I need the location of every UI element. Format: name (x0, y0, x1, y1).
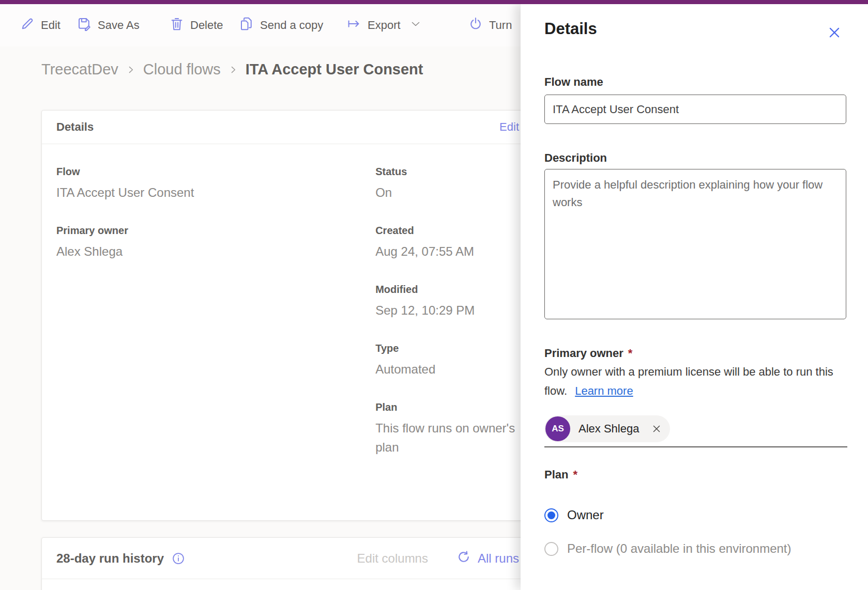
edit-columns-button[interactable]: Edit columns (357, 551, 428, 566)
all-runs-button[interactable]: All runs (456, 549, 519, 568)
send-a-copy-button-label: Send a copy (260, 19, 323, 32)
details-right-column: Status On Created Aug 24, 07:55 AM Modif… (375, 166, 519, 479)
chevron-right-icon (228, 65, 238, 75)
field-type: Type Automated (375, 343, 519, 379)
refresh-icon (456, 549, 471, 568)
field-label: Type (375, 343, 519, 354)
breadcrumb-flow-name: ITA Accept User Consent (246, 61, 423, 78)
description-label: Description (544, 151, 607, 165)
turn-off-button[interactable]: Turn (468, 4, 512, 46)
field-label: Plan (375, 401, 519, 413)
brand-bar (0, 0, 868, 4)
description-input[interactable] (544, 169, 846, 319)
breadcrumb-cloud-flows[interactable]: Cloud flows (143, 61, 221, 78)
app-window: Edit Save As Delete Send a copy Export (0, 0, 868, 590)
field-label: Created (375, 225, 519, 237)
plan-option-owner-label: Owner (567, 508, 604, 522)
required-asterisk: * (573, 468, 577, 481)
field-status: Status On (375, 166, 519, 202)
breadcrumb-environment[interactable]: TreecatDev (41, 61, 118, 78)
field-label: Modified (375, 284, 519, 296)
turn-off-button-label: Turn (489, 19, 512, 32)
primary-owner-helper: Only owner with a premium license will b… (544, 362, 847, 400)
field-modified: Modified Sep 12, 10:29 PM (375, 284, 519, 320)
field-flow: Flow ITA Accept User Consent (56, 166, 375, 202)
field-label: Status (375, 166, 519, 178)
details-card-body: Flow ITA Accept User Consent Primary own… (42, 144, 534, 479)
run-history-header: 28-day run history Edit columns All runs (42, 538, 534, 579)
trash-icon (169, 16, 185, 35)
info-icon[interactable] (171, 551, 186, 566)
field-value: On (375, 183, 519, 202)
all-runs-label: All runs (478, 551, 519, 566)
details-panel: Details Flow name Description Primary ow… (521, 4, 868, 590)
panel-title: Details (544, 20, 597, 38)
primary-owner-label: Primary owner* (544, 347, 632, 360)
details-edit-link[interactable]: Edit (499, 120, 519, 134)
power-icon (468, 16, 483, 35)
avatar: AS (545, 416, 570, 441)
delete-button[interactable]: Delete (169, 4, 223, 46)
radio-selected-icon (544, 508, 558, 522)
field-value: This flow runs on owner's plan (375, 418, 519, 457)
field-plan: Plan This flow runs on owner's plan (375, 401, 519, 457)
breadcrumb: TreecatDev Cloud flows ITA Accept User C… (41, 61, 423, 78)
flow-name-label: Flow name (544, 75, 603, 89)
plan-label: Plan* (544, 468, 577, 482)
pencil-icon (20, 16, 35, 35)
save-as-button[interactable]: Save As (77, 4, 140, 46)
export-icon (345, 16, 362, 35)
plan-label-text: Plan (544, 468, 568, 481)
owner-name: Alex Shlega (578, 422, 639, 436)
owner-persona-chip[interactable]: AS Alex Shlega (544, 415, 670, 442)
flow-name-input[interactable] (544, 95, 846, 124)
details-card: Details Edit Flow ITA Accept User Consen… (41, 110, 534, 521)
field-value: Automated (375, 360, 519, 379)
save-as-icon (77, 16, 92, 35)
primary-owner-label-text: Primary owner (544, 347, 623, 360)
field-primary-owner: Primary owner Alex Shlega (56, 225, 375, 261)
export-button-label: Export (368, 19, 401, 32)
field-value: Sep 12, 10:29 PM (375, 301, 519, 320)
run-history-card: 28-day run history Edit columns All runs (41, 537, 534, 590)
close-icon[interactable] (825, 23, 844, 42)
export-button[interactable]: Export (345, 4, 422, 46)
run-history-title: 28-day run history (56, 551, 164, 566)
details-card-header: Details Edit (42, 111, 534, 144)
plan-option-per-flow[interactable]: Per-flow (0 available in this environmen… (544, 541, 791, 556)
edit-button-label: Edit (41, 19, 60, 32)
learn-more-link[interactable]: Learn more (575, 384, 633, 397)
save-as-button-label: Save As (98, 19, 140, 32)
field-label: Flow (56, 166, 375, 178)
delete-button-label: Delete (190, 19, 223, 32)
required-asterisk: * (628, 347, 633, 360)
field-created: Created Aug 24, 07:55 AM (375, 225, 519, 261)
edit-button[interactable]: Edit (20, 4, 60, 46)
plan-option-per-flow-label: Per-flow (0 available in this environmen… (567, 541, 791, 556)
chevron-down-icon[interactable] (409, 18, 422, 33)
field-label: Primary owner (56, 225, 375, 237)
people-picker-underline (544, 446, 847, 447)
field-value: ITA Accept User Consent (56, 183, 375, 202)
chevron-right-icon (126, 65, 136, 75)
details-card-title: Details (56, 120, 94, 134)
plan-option-owner[interactable]: Owner (544, 508, 604, 522)
copy-icon (239, 16, 254, 35)
field-value: Alex Shlega (56, 242, 375, 261)
remove-owner-icon[interactable] (647, 420, 666, 438)
details-left-column: Flow ITA Accept User Consent Primary own… (56, 166, 375, 479)
radio-unselected-icon (544, 542, 558, 556)
send-a-copy-button[interactable]: Send a copy (239, 4, 323, 46)
field-value: Aug 24, 07:55 AM (375, 242, 519, 261)
